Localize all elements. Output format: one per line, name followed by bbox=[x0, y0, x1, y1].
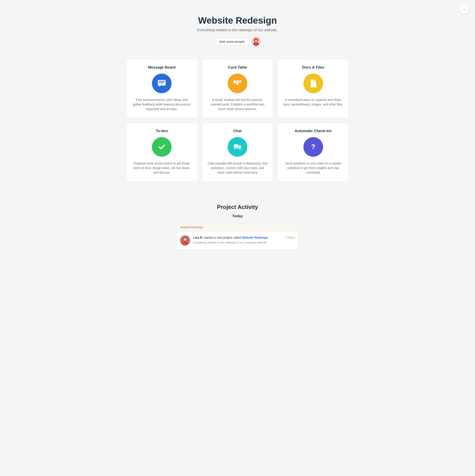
more-options-button[interactable]: ··· bbox=[459, 4, 469, 14]
checkins-icon: ? bbox=[304, 137, 323, 157]
tool-title-chat: Chat bbox=[207, 129, 268, 133]
todos-icon bbox=[152, 137, 171, 157]
svg-point-5 bbox=[254, 39, 255, 41]
svg-point-16 bbox=[237, 145, 241, 149]
avatar[interactable] bbox=[252, 37, 260, 46]
tool-card-chat[interactable]: Chat Chat casually with people in Baseca… bbox=[202, 122, 273, 182]
page-wrapper: Website Redesign Everything related to t… bbox=[118, 0, 357, 263]
activity-content: Liza R. started a new project called Web… bbox=[193, 235, 283, 244]
svg-text:?: ? bbox=[311, 143, 315, 151]
svg-rect-13 bbox=[239, 80, 241, 83]
tool-desc-chat: Chat casually with people in Basecamp. A… bbox=[207, 161, 268, 175]
activity-section: Project Activity Today Website Redesign bbox=[126, 195, 349, 250]
tool-desc-auto-checkins: Send questions to your team on a regular… bbox=[283, 161, 343, 175]
tool-title-docs-files: Docs & Files bbox=[283, 65, 343, 70]
activity-item: Liza R. started a new project called Web… bbox=[177, 231, 298, 249]
tool-title-auto-checkins: Automatic Check-ins bbox=[283, 129, 343, 133]
tool-title-message-board: Message Board bbox=[132, 65, 192, 70]
svg-marker-17 bbox=[239, 149, 241, 151]
activity-card: Website Redesign Liza R. started a new p… bbox=[176, 223, 299, 250]
activity-project-link[interactable]: Website Redesign bbox=[242, 236, 268, 239]
more-options-icon: ··· bbox=[462, 7, 466, 12]
svg-rect-12 bbox=[237, 80, 238, 85]
svg-rect-9 bbox=[159, 83, 164, 83]
docs-files-icon bbox=[304, 74, 323, 93]
tool-card-todos[interactable]: To-dos Organize work across teams to get… bbox=[126, 122, 198, 182]
activity-user: Liza R. bbox=[193, 236, 203, 239]
activity-action-prefix: started a new project called bbox=[204, 236, 242, 239]
tool-card-auto-checkins[interactable]: Automatic Check-ins ? Send questions to … bbox=[277, 122, 349, 182]
svg-marker-10 bbox=[159, 85, 160, 87]
page-header: Website Redesign Everything related to t… bbox=[126, 9, 349, 52]
activity-time: 2:34pm bbox=[286, 235, 295, 239]
activity-card-header: Website Redesign bbox=[177, 223, 298, 231]
tool-desc-card-table: A visual, Kanban-like tool for process-o… bbox=[207, 98, 268, 111]
svg-point-6 bbox=[257, 39, 258, 41]
activity-title: Project Activity bbox=[126, 204, 349, 210]
tool-desc-docs-files: A centralized place to organize and shar… bbox=[283, 98, 343, 107]
svg-rect-8 bbox=[159, 81, 165, 82]
svg-point-21 bbox=[184, 238, 187, 241]
activity-action-text: Liza R. started a new project called Web… bbox=[193, 235, 283, 240]
tool-title-todos: To-dos bbox=[132, 129, 192, 133]
svg-marker-15 bbox=[234, 148, 236, 150]
page-subtitle: Everything related to the redesign of ou… bbox=[126, 28, 349, 32]
activity-project-label: Website Redesign bbox=[180, 225, 203, 229]
page-title: Website Redesign bbox=[126, 15, 349, 26]
chat-icon bbox=[228, 137, 247, 157]
activity-desc: Everything related to the redesign of ou… bbox=[193, 241, 283, 244]
header-actions: Add some people bbox=[126, 37, 349, 46]
activity-avatar bbox=[180, 235, 190, 245]
card-table-icon bbox=[228, 74, 247, 93]
tool-desc-todos: Organize work across teams to get things… bbox=[132, 161, 192, 175]
tool-desc-message-board: Post announcements, pitch ideas, and gat… bbox=[132, 98, 192, 111]
tools-grid: Message Board Post announcements, pitch … bbox=[126, 59, 349, 182]
tool-card-card-table[interactable]: Card Table A visual, Kanban-like tool fo… bbox=[202, 59, 273, 118]
message-board-icon bbox=[152, 74, 171, 93]
tool-card-docs-files[interactable]: Docs & Files A centralized place to orga… bbox=[277, 59, 349, 118]
tool-title-card-table: Card Table bbox=[207, 65, 268, 70]
tool-card-message-board[interactable]: Message Board Post announcements, pitch … bbox=[126, 59, 198, 118]
add-people-button[interactable]: Add some people bbox=[215, 38, 249, 45]
svg-rect-11 bbox=[234, 80, 236, 84]
activity-today-label: Today bbox=[126, 214, 349, 218]
